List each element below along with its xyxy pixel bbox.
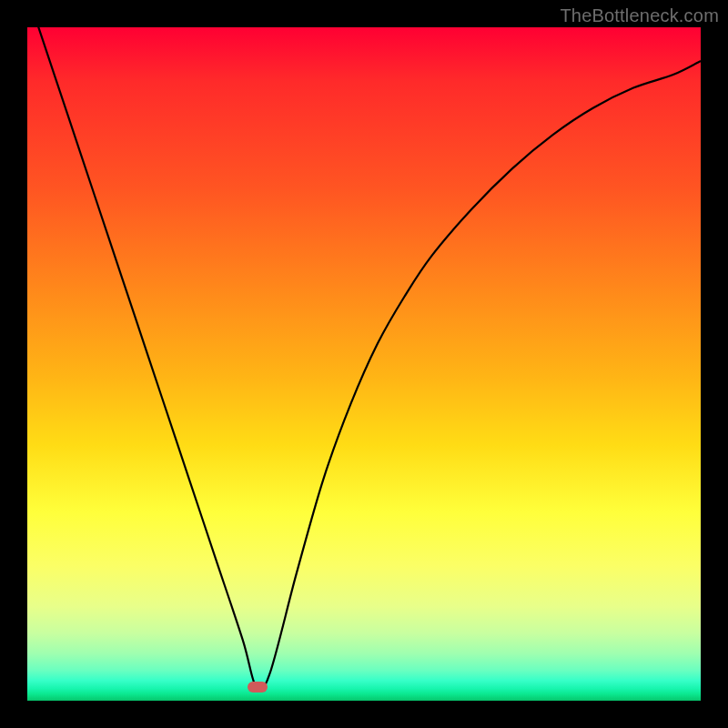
curve-path bbox=[27, 27, 701, 691]
watermark-text: TheBottleneck.com bbox=[560, 5, 719, 26]
plot-area bbox=[27, 27, 701, 701]
bottleneck-curve bbox=[27, 27, 701, 701]
minimum-marker bbox=[248, 682, 268, 693]
chart-frame: TheBottleneck.com bbox=[0, 0, 728, 728]
